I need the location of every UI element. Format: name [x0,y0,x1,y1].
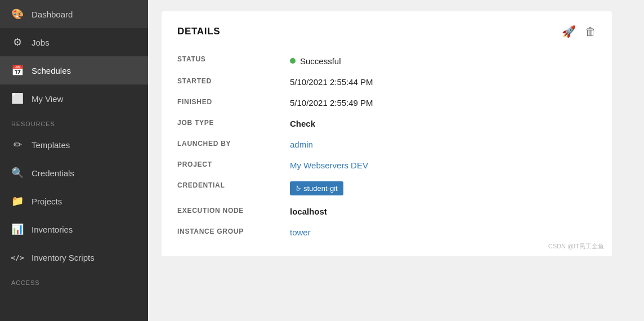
resources-section-label: RESOURCES [0,113,148,131]
field-value-cell: 5/10/2021 2:55:49 PM [290,92,596,113]
field-value: 5/10/2021 2:55:49 PM [290,98,373,108]
credential-name: student-git [303,184,338,193]
table-row: STARTED 5/10/2021 2:55:44 PM [177,72,596,92]
sidebar-item-schedules[interactable]: 📅 Schedules [0,56,148,84]
field-value: Check [290,119,315,128]
table-row: JOB TYPE Check [177,113,596,134]
field-label: STATUS [177,50,290,72]
field-value: localhost [290,207,327,216]
table-row: FINISHED 5/10/2021 2:55:49 PM [177,92,596,113]
status-dot [290,58,296,64]
link-value[interactable]: My Webservers DEV [290,160,368,170]
sidebar-item-projects[interactable]: 📁 Projects [0,187,148,215]
sidebar-item-myview[interactable]: ⬜ My View [0,84,148,113]
field-label: INSTANCE GROUP [177,222,290,243]
field-value-cell: tower [290,222,596,243]
status-value: Successful [300,56,341,66]
delete-icon[interactable]: 🗑 [585,25,596,38]
watermark: CSDN @IT民工金鱼 [548,242,604,251]
main-content: DETAILS 🚀 🗑 STATUS Successful STARTED 5/… [148,0,644,321]
key-icon: 𝓫 [296,184,299,193]
sidebar-item-label: Inventories [32,225,73,234]
credential-badge[interactable]: 𝓫student-git [290,181,343,195]
sidebar-item-label: Templates [32,140,70,150]
table-row: STATUS Successful [177,50,596,72]
field-value-cell: Check [290,113,596,134]
details-actions: 🚀 🗑 [562,25,596,38]
field-label: STARTED [177,72,290,92]
details-title: DETAILS [177,26,220,37]
inventory-scripts-icon: </> [11,251,24,264]
dashboard-icon: 🎨 [11,8,24,20]
field-value-cell: My Webservers DEV [290,155,596,176]
sidebar-item-label: Projects [32,197,62,206]
table-row: PROJECT My Webservers DEV [177,155,596,176]
schedules-icon: 📅 [11,64,24,77]
credentials-icon: 🔍 [11,167,24,179]
sidebar-item-label: Jobs [32,38,50,47]
sidebar-item-label: My View [32,94,63,104]
details-table: STATUS Successful STARTED 5/10/2021 2:55… [177,50,596,243]
sidebar-item-label: Inventory Scripts [32,253,95,262]
field-label: PROJECT [177,155,290,176]
field-label: EXECUTION NODE [177,201,290,222]
field-label: LAUNCHED BY [177,134,290,155]
sidebar-item-credentials[interactable]: 🔍 Credentials [0,159,148,187]
field-value-cell: Successful [290,50,596,72]
field-label: CREDENTIAL [177,176,290,201]
field-value-cell: 5/10/2021 2:55:44 PM [290,72,596,92]
link-value[interactable]: admin [290,140,313,149]
sidebar-item-inventories[interactable]: 📊 Inventories [0,215,148,243]
sidebar-item-label: Dashboard [32,10,73,19]
field-label: FINISHED [177,92,290,113]
field-value-cell: localhost [290,201,596,222]
table-row: INSTANCE GROUP tower [177,222,596,243]
sidebar-item-templates[interactable]: ✏ Templates [0,131,148,159]
table-row: CREDENTIAL 𝓫student-git [177,176,596,201]
templates-icon: ✏ [11,139,24,151]
details-header: DETAILS 🚀 🗑 [177,25,596,38]
myview-icon: ⬜ [11,92,24,105]
launch-icon[interactable]: 🚀 [562,25,576,38]
field-value-cell: 𝓫student-git [290,176,596,201]
inventories-icon: 📊 [11,223,24,235]
field-label: JOB TYPE [177,113,290,134]
sidebar-item-label: Schedules [32,66,71,75]
field-value: 5/10/2021 2:55:44 PM [290,77,373,87]
access-section-label: ACCESS [0,271,148,289]
sidebar-item-jobs[interactable]: ⚙ Jobs [0,28,148,56]
jobs-icon: ⚙ [11,36,24,48]
table-row: LAUNCHED BY admin [177,134,596,155]
sidebar: 🎨 Dashboard ⚙ Jobs 📅 Schedules ⬜ My View… [0,0,148,321]
link-value[interactable]: tower [290,228,311,237]
field-value-cell: admin [290,134,596,155]
sidebar-item-dashboard[interactable]: 🎨 Dashboard [0,0,148,28]
projects-icon: 📁 [11,195,24,207]
details-card: DETAILS 🚀 🗑 STATUS Successful STARTED 5/… [162,11,612,256]
sidebar-item-label: Credentials [32,168,74,178]
sidebar-item-inventory-scripts[interactable]: </> Inventory Scripts [0,243,148,271]
table-row: EXECUTION NODE localhost [177,201,596,222]
